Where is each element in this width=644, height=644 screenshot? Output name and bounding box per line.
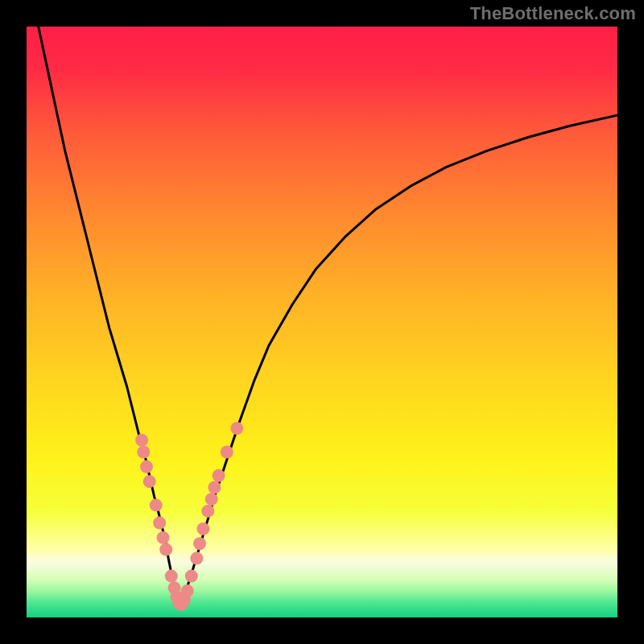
chart-svg-layer bbox=[27, 27, 617, 617]
dot bbox=[153, 517, 166, 530]
dot bbox=[135, 434, 148, 447]
dot bbox=[196, 522, 209, 535]
dot bbox=[181, 584, 194, 597]
dot bbox=[190, 552, 203, 565]
dot bbox=[140, 460, 153, 473]
dot bbox=[159, 543, 172, 556]
dot bbox=[201, 505, 214, 518]
watermark-text: TheBottleneck.com bbox=[470, 3, 636, 24]
dot bbox=[193, 537, 206, 550]
dot bbox=[208, 481, 221, 494]
dot bbox=[221, 445, 233, 458]
dot bbox=[205, 493, 218, 506]
chart-stage: TheBottleneck.com bbox=[0, 0, 644, 644]
dot bbox=[157, 531, 170, 544]
dot bbox=[143, 475, 156, 488]
dot bbox=[137, 445, 150, 458]
dot bbox=[165, 570, 178, 583]
dot bbox=[213, 469, 225, 482]
chart-plot-area bbox=[27, 27, 617, 617]
curve-right-arm bbox=[180, 115, 617, 605]
dot bbox=[150, 499, 163, 512]
dot bbox=[185, 570, 198, 583]
dot bbox=[230, 422, 243, 435]
chart-curve-group bbox=[39, 27, 617, 605]
